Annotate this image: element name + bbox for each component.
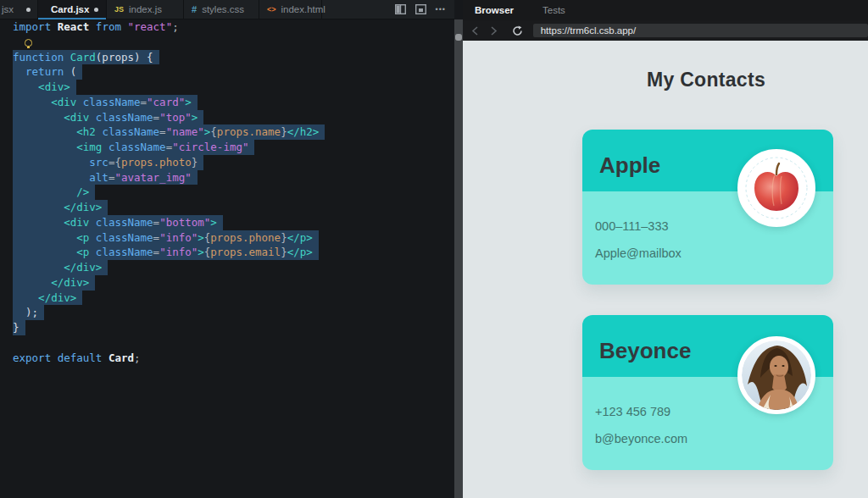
- tabbar-actions: •••: [395, 0, 454, 19]
- code-line: }: [0, 320, 454, 335]
- more-actions-icon[interactable]: •••: [436, 5, 446, 14]
- code-line: <div className="top">: [0, 110, 454, 125]
- code-line: import React from "react";: [0, 19, 454, 35]
- tab-index-js[interactable]: JS index.js: [107, 0, 184, 19]
- code-line: <div>: [0, 80, 454, 95]
- contact-name: Beyonce: [599, 338, 691, 364]
- code-line: </div>: [0, 290, 454, 306]
- contact-name: Apple: [599, 152, 660, 179]
- code-line: <div className="card">: [0, 95, 454, 110]
- modified-dot: [94, 8, 98, 12]
- javascript-icon: JS: [114, 6, 124, 14]
- html-icon: <>: [267, 6, 276, 14]
- contact-card-beyonce: Beyonce +123 456 789 b@beyonce.com: [582, 315, 833, 470]
- forward-icon[interactable]: [488, 25, 500, 36]
- css-icon: #: [192, 5, 197, 14]
- pane-divider[interactable]: [454, 19, 463, 498]
- back-icon[interactable]: [470, 25, 481, 36]
- split-editor-icon[interactable]: [395, 3, 407, 15]
- tab-label: Card.jsx: [51, 4, 89, 14]
- code-line: <p className="info">{props.email}</p>: [0, 245, 454, 260]
- browser-pane: Browser Tests My Contacts Apple 000–111–…: [463, 0, 868, 498]
- apple-avatar-image: [737, 149, 815, 227]
- tab-index-html[interactable]: <> index.html: [259, 0, 322, 19]
- editor-pane: jsx Card.jsx JS index.js # styles.css: [0, 0, 454, 498]
- browser-navbar: [463, 20, 868, 41]
- browser-preview: My Contacts Apple 000–111–333 Apple@mail…: [463, 41, 868, 498]
- tab-card-jsx[interactable]: Card.jsx: [38, 0, 107, 19]
- code-line: function Card(props) {: [0, 50, 454, 65]
- url-input[interactable]: [533, 24, 868, 37]
- browser-tabbar: Browser Tests: [463, 0, 868, 20]
- code-line: </div>: [0, 200, 454, 215]
- code-line: );: [0, 305, 454, 320]
- contact-email: b@beyonce.com: [595, 432, 687, 445]
- code-line: </div>: [0, 260, 454, 275]
- code-line: export default Card;: [0, 351, 454, 366]
- beyonce-avatar-image: [737, 336, 815, 414]
- code-line: />: [0, 185, 454, 200]
- contact-card-apple: Apple 000–111–333 Apple@mailbox: [582, 130, 833, 285]
- code-line: [0, 35, 454, 50]
- contact-email: Apple@mailbox: [595, 246, 682, 260]
- tab-label: index.js: [129, 4, 162, 14]
- scrollbar-thumb[interactable]: [455, 34, 462, 41]
- code-editor[interactable]: import React from "react";function Card(…: [0, 19, 454, 498]
- tab-label: index.html: [281, 4, 326, 14]
- code-line: src={props.photo}: [0, 155, 454, 170]
- code-line: [0, 335, 454, 351]
- lightbulb-icon[interactable]: [25, 39, 32, 47]
- tab-tests[interactable]: Tests: [542, 5, 565, 15]
- code-line: <img className="circle-img": [0, 140, 454, 155]
- tab-browser[interactable]: Browser: [475, 5, 514, 15]
- code-line: </div>: [0, 275, 454, 290]
- codesandbox-window: jsx Card.jsx JS index.js # styles.css: [0, 0, 868, 498]
- tab-styles-css[interactable]: # styles.css: [184, 0, 259, 19]
- modified-dot: [26, 8, 31, 12]
- tab-label: styles.css: [202, 4, 244, 14]
- code-line: return (: [0, 64, 454, 80]
- tab-partial-jsx[interactable]: jsx: [0, 0, 38, 19]
- refresh-icon[interactable]: [512, 25, 524, 36]
- code-line: <div className="bottom">: [0, 215, 454, 230]
- tabbar-spacer: [322, 0, 395, 19]
- page-title: My Contacts: [463, 69, 868, 91]
- editor-tabbar: jsx Card.jsx JS index.js # styles.css: [0, 0, 454, 19]
- tab-label: jsx: [2, 4, 14, 14]
- code-line: alt="avatar_img": [0, 170, 454, 185]
- contact-phone: 000–111–333: [595, 219, 669, 233]
- open-preview-icon[interactable]: [415, 3, 427, 15]
- code-line: <p className="info">{props.phone}</p>: [0, 230, 454, 246]
- contact-phone: +123 456 789: [595, 405, 670, 418]
- code-line: <h2 className="name">{props.name}</h2>: [0, 125, 454, 140]
